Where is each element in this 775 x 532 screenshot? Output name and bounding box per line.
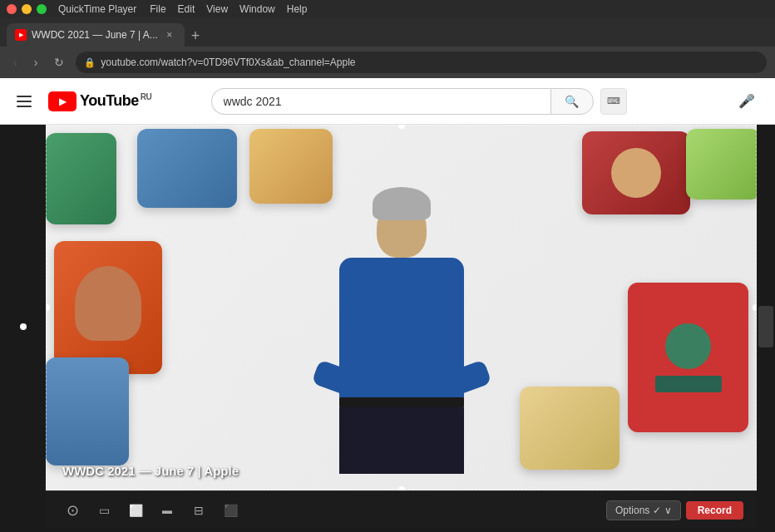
refresh-button[interactable]: ↻ xyxy=(49,52,69,72)
address-bar[interactable]: 🔒 youtube.com/watch?v=0TD96VTf0Xs&ab_cha… xyxy=(76,52,767,73)
window-controls[interactable] xyxy=(7,4,47,14)
minimize-button[interactable] xyxy=(22,4,32,14)
youtube-logo[interactable]: YouTubeRU xyxy=(48,91,151,111)
youtube-logo-text: YouTubeRU xyxy=(80,92,151,110)
right-scroll xyxy=(758,306,773,347)
presenter-area xyxy=(318,200,485,474)
qt-screen2-button[interactable]: ⬜ xyxy=(122,497,149,524)
photo-tile-7 xyxy=(46,357,129,466)
menu-bar[interactable]: File Edit View Window Help xyxy=(150,3,307,15)
menu-view[interactable]: View xyxy=(206,3,228,15)
qt-screen5-button[interactable]: ⬛ xyxy=(217,497,244,524)
menu-edit[interactable]: Edit xyxy=(178,3,195,15)
search-icon: 🔍 xyxy=(565,95,579,108)
video-caption: WWDC 2021 — June 7 | Apple xyxy=(62,464,239,479)
tab-close-button[interactable]: × xyxy=(163,28,176,42)
youtube-header: YouTubeRU 🔍 ⌨ 🎤 xyxy=(0,78,775,125)
new-tab-button[interactable]: + xyxy=(186,27,205,45)
main-content: WWDC 2021 — June 7 | Apple ⊙ ▭ ⬜ ▬ xyxy=(0,125,775,529)
microphone-button[interactable]: 🎤 xyxy=(732,86,762,116)
photo-tile-2 xyxy=(137,129,237,208)
back-button[interactable]: ‹ xyxy=(8,52,22,72)
menu-help[interactable]: Help xyxy=(287,3,308,15)
photo-tile-8 xyxy=(628,283,748,432)
microphone-icon: 🎤 xyxy=(738,93,755,109)
nav-bar: ‹ › ↻ 🔒 youtube.com/watch?v=0TD96VTf0Xs&… xyxy=(0,47,775,78)
youtube-logo-icon xyxy=(48,91,77,111)
qt-screen4-button[interactable]: ⊟ xyxy=(185,497,212,524)
screen3-icon: ▬ xyxy=(162,505,172,516)
close-button[interactable] xyxy=(7,4,17,14)
keyboard-button[interactable]: ⌨ xyxy=(600,88,627,115)
qt-screen1-button[interactable]: ▭ xyxy=(91,497,117,524)
search-button[interactable]: 🔍 xyxy=(550,88,594,115)
left-handle[interactable] xyxy=(20,323,27,330)
keyboard-icon: ⌨ xyxy=(607,96,620,106)
tab-bar: WWDC 2021 — June 7 | A... × + xyxy=(0,18,775,47)
video-area: WWDC 2021 — June 7 | Apple xyxy=(46,125,757,490)
menu-file[interactable]: File xyxy=(150,3,165,15)
record-circle-icon: ⊙ xyxy=(67,501,79,520)
qt-screen3-button[interactable]: ▬ xyxy=(154,497,180,524)
screen4-icon: ⊟ xyxy=(194,504,204,517)
forward-button[interactable]: › xyxy=(29,52,43,72)
photo-tile-9 xyxy=(520,387,620,470)
screen1-icon: ▭ xyxy=(99,504,110,517)
video-scene: WWDC 2021 — June 7 | Apple xyxy=(46,125,757,490)
right-panel xyxy=(757,125,775,529)
url-text: youtube.com/watch?v=0TD96VTf0Xs&ab_chann… xyxy=(101,57,758,68)
photo-tile-6 xyxy=(54,241,162,374)
tab-favicon xyxy=(15,29,27,41)
photo-tile-1 xyxy=(46,133,116,224)
photo-tile-3 xyxy=(249,129,333,204)
hamburger-menu[interactable] xyxy=(13,92,35,111)
titlebar: QuickTime Player File Edit View Window H… xyxy=(0,0,775,18)
photo-tile-5 xyxy=(686,129,761,200)
chevron-down-icon: ∨ xyxy=(664,505,672,516)
search-container: 🔍 ⌨ xyxy=(211,88,627,115)
header-actions: 🎤 xyxy=(732,86,762,116)
screen2-icon: ⬜ xyxy=(129,504,143,517)
qt-toolbar: ⊙ ▭ ⬜ ▬ ⊟ ⬛ Options ✓ ∨ Record xyxy=(46,490,757,529)
left-panel xyxy=(0,125,46,529)
browser-tab[interactable]: WWDC 2021 — June 7 | A... × xyxy=(7,23,185,47)
qt-record-circle-button[interactable]: ⊙ xyxy=(59,497,86,524)
tab-title: WWDC 2021 — June 7 | A... xyxy=(32,29,158,41)
options-button[interactable]: Options ✓ ∨ xyxy=(606,500,681,520)
maximize-button[interactable] xyxy=(37,4,47,14)
photo-tile-4 xyxy=(582,131,690,214)
lock-icon: 🔒 xyxy=(84,57,96,68)
menu-window[interactable]: Window xyxy=(239,3,275,15)
record-button[interactable]: Record xyxy=(686,501,743,520)
screen5-icon: ⬛ xyxy=(224,504,238,517)
search-input[interactable] xyxy=(211,88,550,115)
app-name: QuickTime Player xyxy=(58,3,136,15)
browser-chrome: WWDC 2021 — June 7 | A... × + ‹ › ↻ 🔒 yo… xyxy=(0,18,775,78)
